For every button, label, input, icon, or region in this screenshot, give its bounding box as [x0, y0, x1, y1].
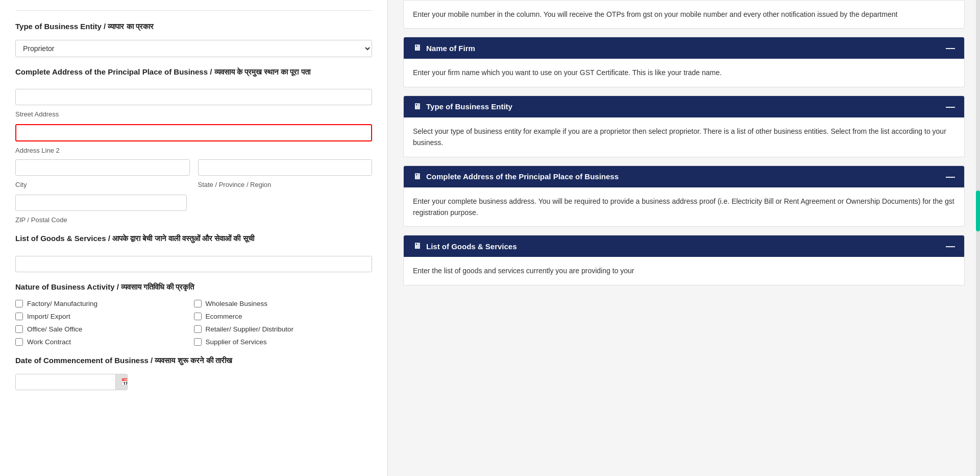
right-panel: Enter your mobile number in the column. …: [388, 0, 980, 476]
commencement-heading: Date of Commencement of Business / व्यवस…: [15, 355, 372, 367]
commencement-section: Date of Commencement of Business / व्यवस…: [15, 355, 372, 390]
checkbox-work-contract[interactable]: Work Contract: [15, 338, 194, 346]
name-of-firm-body: Enter your firm name which you want to u…: [404, 59, 964, 86]
nature-heading: Nature of Business Activity / व्यवसाय गत…: [15, 281, 372, 293]
scrollbar-track: [976, 0, 980, 476]
checkbox-office-input[interactable]: [15, 325, 23, 333]
checkbox-work-contract-label: Work Contract: [27, 338, 71, 346]
goods-services-section: List of Goods & Services / आपके द्वारा ब…: [15, 233, 372, 272]
complete-address-title: Complete Address of the Principal Place …: [426, 172, 619, 181]
address-section: Complete Address of the Principal Place …: [15, 66, 372, 224]
checkbox-grid: Factory/ Manufacturing Import/ Export Of…: [15, 300, 372, 346]
nature-section: Nature of Business Activity / व्यवसाय गत…: [15, 281, 372, 346]
complete-address-collapse[interactable]: —: [946, 172, 955, 181]
type-business-entity-title: Type of Business Entity: [426, 102, 512, 111]
scrollbar-thumb[interactable]: [976, 191, 980, 231]
checkbox-factory[interactable]: Factory/ Manufacturing: [15, 300, 194, 307]
checkbox-col-right: Wholesale Business Ecommerce Retailer/ S…: [194, 300, 373, 346]
goods-services-body-text: Enter the list of goods and services cur…: [413, 267, 634, 275]
name-of-firm-body-text: Enter your firm name which you want to u…: [413, 68, 722, 77]
checkbox-import-input[interactable]: [15, 313, 23, 320]
checkbox-import-label: Import/ Export: [27, 313, 70, 320]
goods-services-heading: List of Goods & Services / आपके द्वारा ब…: [15, 233, 372, 245]
mobile-desc-card: Enter your mobile number in the column. …: [403, 0, 965, 29]
checkbox-wholesale-input[interactable]: [194, 300, 202, 307]
street-label: Street Address: [15, 110, 372, 118]
checkbox-supplier-services-input[interactable]: [194, 338, 202, 346]
checkbox-col-left: Factory/ Manufacturing Import/ Export Of…: [15, 300, 194, 346]
name-of-firm-title: Name of Firm: [426, 44, 475, 53]
goods-services-title: List of Goods & Services: [426, 242, 517, 251]
name-of-firm-header: 🖥 Name of Firm —: [404, 37, 964, 59]
left-panel: Type of Business Entity / व्यापार का प्र…: [0, 0, 388, 476]
name-of-firm-header-left: 🖥 Name of Firm: [413, 43, 475, 53]
complete-address-header-left: 🖥 Complete Address of the Principal Plac…: [413, 172, 619, 181]
checkbox-ecommerce[interactable]: Ecommerce: [194, 313, 373, 320]
checkbox-retailer-input[interactable]: [194, 325, 202, 333]
goods-services-card: 🖥 List of Goods & Services — Enter the l…: [403, 235, 965, 285]
type-business-entity-body: Select your type of business entity for …: [404, 117, 964, 157]
checkbox-office[interactable]: Office/ Sale Office: [15, 325, 194, 333]
complete-address-body-text: Enter your complete business address. Yo…: [413, 197, 954, 217]
city-label: City: [15, 181, 190, 188]
address2-label: Address Line 2: [15, 147, 372, 154]
type-business-entity-body-text: Select your type of business entity for …: [413, 127, 946, 147]
complete-address-body: Enter your complete business address. Yo…: [404, 187, 964, 227]
checkbox-retailer-label: Retailer/ Supplier/ Distributor: [206, 325, 294, 333]
state-label: State / Province / Region: [198, 181, 373, 188]
top-divider: [15, 10, 372, 12]
goods-services-header: 🖥 List of Goods & Services —: [404, 235, 964, 257]
checkbox-import[interactable]: Import/ Export: [15, 313, 194, 320]
monitor-icon-2: 🖥: [413, 102, 421, 111]
business-entity-heading: Type of Business Entity / व्यापार का प्र…: [15, 21, 372, 33]
name-of-firm-card: 🖥 Name of Firm — Enter your firm name wh…: [403, 37, 965, 87]
checkbox-ecommerce-input[interactable]: [194, 313, 202, 320]
business-entity-section: Type of Business Entity / व्यापार का प्र…: [15, 21, 372, 57]
type-business-entity-collapse[interactable]: —: [946, 102, 955, 111]
street-address-input[interactable]: [15, 89, 372, 105]
mobile-desc-text: Enter your mobile number in the column. …: [413, 10, 897, 18]
checkbox-work-contract-input[interactable]: [15, 338, 23, 346]
type-business-entity-card: 🖥 Type of Business Entity — Select your …: [403, 96, 965, 157]
checkbox-factory-input[interactable]: [15, 300, 23, 307]
checkbox-office-label: Office/ Sale Office: [27, 325, 82, 333]
state-col: State / Province / Region: [198, 159, 373, 189]
city-col: City: [15, 159, 190, 189]
monitor-icon-4: 🖥: [413, 242, 421, 251]
checkbox-retailer[interactable]: Retailer/ Supplier/ Distributor: [194, 325, 373, 333]
state-input[interactable]: [198, 159, 373, 176]
business-entity-select[interactable]: Proprietor Partnership LLP Private Limit…: [15, 40, 372, 57]
date-input[interactable]: [16, 374, 115, 390]
checkbox-wholesale[interactable]: Wholesale Business: [194, 300, 373, 307]
city-input[interactable]: [15, 159, 190, 176]
monitor-icon-3: 🖥: [413, 172, 421, 181]
name-of-firm-collapse[interactable]: —: [946, 43, 955, 53]
zip-input[interactable]: [15, 195, 187, 211]
address-line2-input[interactable]: [15, 124, 372, 141]
checkbox-supplier-services-label: Supplier of Services: [206, 338, 267, 346]
date-field-wrapper: 📅: [15, 374, 128, 390]
type-business-entity-header: 🖥 Type of Business Entity —: [404, 96, 964, 117]
checkbox-supplier-services[interactable]: Supplier of Services: [194, 338, 373, 346]
checkbox-ecommerce-label: Ecommerce: [206, 313, 242, 320]
goods-services-input[interactable]: [15, 256, 372, 272]
zip-col: ZIP / Postal Code: [15, 195, 372, 224]
complete-address-card: 🖥 Complete Address of the Principal Plac…: [403, 165, 965, 227]
address-heading: Complete Address of the Principal Place …: [15, 66, 372, 78]
goods-services-body: Enter the list of goods and services cur…: [404, 257, 964, 284]
zip-label: ZIP / Postal Code: [15, 216, 372, 224]
type-business-entity-header-left: 🖥 Type of Business Entity: [413, 102, 512, 111]
monitor-icon-1: 🖥: [413, 43, 421, 53]
checkbox-factory-label: Factory/ Manufacturing: [27, 300, 97, 307]
checkbox-wholesale-label: Wholesale Business: [206, 300, 268, 307]
calendar-icon[interactable]: 📅: [115, 374, 128, 390]
goods-services-header-left: 🖥 List of Goods & Services: [413, 242, 517, 251]
complete-address-header: 🖥 Complete Address of the Principal Plac…: [404, 166, 964, 187]
goods-services-collapse[interactable]: —: [946, 242, 955, 251]
